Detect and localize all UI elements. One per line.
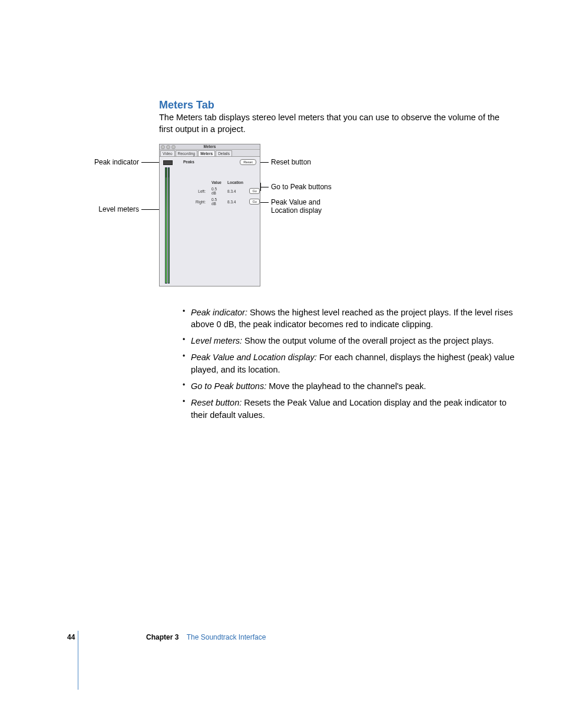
meters-body: Peaks Reset Value Location Left: 0 bbox=[160, 157, 260, 287]
peaks-value-header: Value bbox=[209, 180, 224, 186]
page-number: 44 bbox=[67, 633, 75, 641]
callout-reset-button: Reset button bbox=[271, 158, 311, 166]
callout-peak-value-loc-1: Peak Value and bbox=[271, 198, 320, 206]
peaks-row-location: 8.3.4 bbox=[225, 187, 246, 196]
bullet-term: Peak Value and Location display: bbox=[191, 353, 317, 362]
peaks-row-left: Left: 0.5 dB 8.3.4 Go bbox=[193, 187, 262, 196]
level-meter-right bbox=[168, 167, 170, 284]
section-heading: Meters Tab bbox=[159, 99, 214, 111]
bullet-term: Level meters: bbox=[191, 336, 242, 345]
bullet-item: Reset button: Resets the Peak Value and … bbox=[183, 397, 524, 421]
tab-bar: Video Recording Meters Details bbox=[160, 150, 260, 157]
peaks-row-label: Right: bbox=[193, 197, 208, 207]
peaks-row-right: Right: 0.5 dB 8.3.4 Go bbox=[193, 197, 262, 207]
bullet-text: Move the playhead to the channel's peak. bbox=[266, 381, 426, 391]
window-title: Meters bbox=[160, 144, 260, 149]
level-meter-left bbox=[165, 167, 167, 284]
callout-peak-value-loc-2: Location display bbox=[271, 206, 322, 215]
peaks-location-header: Location bbox=[225, 180, 246, 186]
peaks-heading: Peaks bbox=[183, 160, 194, 164]
callout-go-to-peak: Go to Peak buttons bbox=[271, 183, 332, 191]
chapter-title: The Soundtrack Interface bbox=[187, 633, 266, 641]
chapter-label: Chapter 3 bbox=[146, 633, 178, 641]
bullet-item: Level meters: Show the output volume of … bbox=[183, 335, 524, 347]
go-to-peak-button[interactable]: Go bbox=[249, 188, 260, 194]
bullet-text: Show the output volume of the overall pr… bbox=[242, 336, 494, 345]
callout-level-meters: Level meters bbox=[82, 205, 139, 213]
window-titlebar: Meters bbox=[160, 144, 260, 150]
bullet-term: Reset button: bbox=[191, 398, 242, 407]
reset-button[interactable]: Reset bbox=[240, 159, 256, 165]
chapter-footer: Chapter 3 The Soundtrack Interface bbox=[146, 633, 266, 641]
bullet-list: Peak indicator: Shows the highest level … bbox=[159, 307, 524, 426]
meters-window: Meters Video Recording Meters Details Pe… bbox=[159, 144, 260, 286]
intro-paragraph: The Meters tab displays stereo level met… bbox=[159, 112, 501, 135]
bullet-item: Go to Peak buttons: Move the playhead to… bbox=[183, 380, 524, 392]
bullet-item: Peak indicator: Shows the highest level … bbox=[183, 307, 524, 331]
level-meters bbox=[165, 167, 170, 282]
tab-meters[interactable]: Meters bbox=[198, 150, 215, 156]
peak-indicator[interactable] bbox=[163, 160, 173, 165]
bullet-term: Peak indicator: bbox=[191, 308, 247, 317]
figure-meters-tab: Peak indicator Level meters Reset button… bbox=[82, 144, 442, 288]
tab-video[interactable]: Video bbox=[160, 150, 175, 156]
tab-recording[interactable]: Recording bbox=[176, 150, 198, 156]
peaks-row-location: 8.3.4 bbox=[225, 197, 246, 207]
callout-peak-indicator: Peak indicator bbox=[82, 158, 139, 166]
peaks-row-label: Left: bbox=[193, 187, 208, 196]
go-to-peak-button[interactable]: Go bbox=[249, 199, 260, 205]
peaks-row-value: 0.5 dB bbox=[209, 187, 224, 196]
bullet-term: Go to Peak buttons: bbox=[191, 381, 266, 391]
peaks-row-value: 0.5 dB bbox=[209, 197, 224, 207]
footer-rule bbox=[78, 631, 78, 690]
peaks-table: Value Location Left: 0.5 dB 8.3.4 Go Rig… bbox=[192, 179, 263, 208]
bullet-item: Peak Value and Location display: For eac… bbox=[183, 351, 524, 375]
tab-details[interactable]: Details bbox=[216, 150, 232, 156]
